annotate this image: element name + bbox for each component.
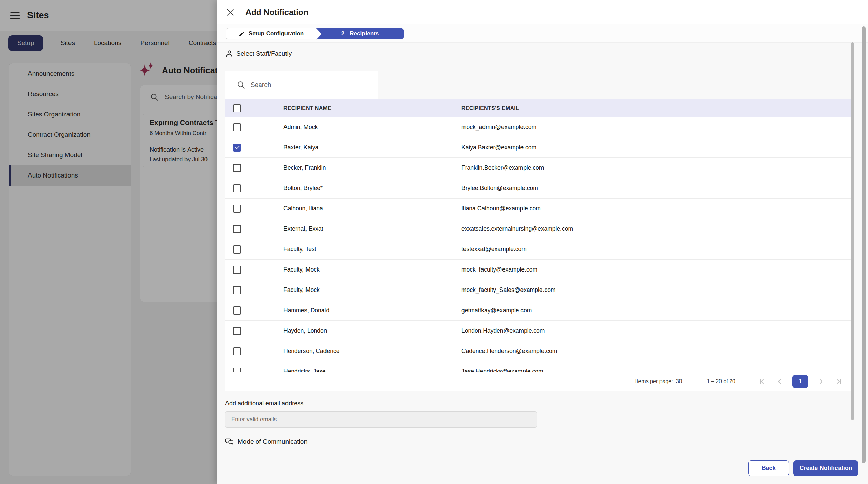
table-row: Baxter, KaiyaKaiya.Baxter@example.com <box>225 137 851 158</box>
row-checkbox[interactable] <box>233 327 241 335</box>
header-email-cell: RECIPIENTS'S EMAIL <box>455 99 851 117</box>
recipient-email: Kaiya.Baxter@example.com <box>461 144 536 151</box>
row-name-cell: Hayden, London <box>276 321 455 341</box>
row-checkbox[interactable] <box>233 266 241 274</box>
row-email-cell: Cadence.Henderson@example.com <box>455 341 851 361</box>
select-staff-label: Select Staff/Facutly <box>236 50 292 57</box>
recipients-table: RECIPIENT NAME RECIPIENTS'S EMAIL Admin,… <box>225 99 851 390</box>
row-name-cell: Faculty, Mock <box>276 280 455 300</box>
modal-header: Add Notification <box>217 0 868 24</box>
row-email-cell: mock_faculty@example.com <box>455 260 851 280</box>
recipient-name: Hammes, Donald <box>283 307 329 314</box>
row-checkbox[interactable] <box>233 368 241 372</box>
row-name-cell: Bolton, Brylee* <box>276 178 455 198</box>
row-checkbox[interactable] <box>233 245 241 254</box>
select-all-checkbox[interactable] <box>233 104 241 112</box>
row-name-cell: Henderson, Cadence <box>276 341 455 361</box>
row-checkbox[interactable] <box>233 164 241 172</box>
recipient-name: Baxter, Kaiya <box>283 144 318 151</box>
modal-footer: Back Create Notification <box>748 460 858 476</box>
row-checkbox[interactable] <box>233 286 241 294</box>
row-name-cell: Faculty, Mock <box>276 260 455 280</box>
row-checkbox[interactable] <box>233 184 241 192</box>
row-email-cell: Iliana.Calhoun@example.com <box>455 199 851 219</box>
recipient-email: Iliana.Calhoun@example.com <box>461 205 541 212</box>
chat-bubbles-icon <box>225 437 234 446</box>
row-checkbox[interactable] <box>233 123 241 131</box>
row-name-cell: Hendricks, Jase <box>276 361 455 372</box>
recipient-email: exxatsales.externalnursing@example.com <box>461 225 573 232</box>
last-page-icon[interactable] <box>833 376 843 387</box>
row-checkbox[interactable] <box>233 347 241 355</box>
select-staff-section-header: Select Staff/Facutly <box>225 50 292 58</box>
row-email-cell: Kaiya.Baxter@example.com <box>455 137 851 157</box>
back-button[interactable]: Back <box>748 460 789 476</box>
row-checkbox-checked[interactable] <box>233 144 241 152</box>
row-name-cell: Faculty, Test <box>276 239 455 259</box>
row-checkbox-cell <box>225 137 276 157</box>
paginator-divider <box>694 376 694 387</box>
table-row: Bolton, Brylee*Brylee.Bolton@example.com <box>225 178 851 199</box>
table-row: Admin, Mockmock_admin@example.com <box>225 117 851 137</box>
row-email-cell: Franklin.Becker@example.com <box>455 158 851 178</box>
recipient-name: Hendricks, Jase <box>283 368 326 372</box>
recipient-email: Jase.Hendricks@example.com <box>461 368 543 372</box>
mode-of-communication-header: Mode of Communication <box>225 437 308 446</box>
next-page-icon[interactable] <box>815 376 826 387</box>
table-row: Faculty, Mockmock_faculty@example.com <box>225 260 851 280</box>
table-row: Faculty, Testtestexxat@example.com <box>225 239 851 260</box>
row-checkbox-cell <box>225 260 276 280</box>
recipient-search[interactable]: Search <box>225 71 378 99</box>
header-recipient-name: RECIPIENT NAME <box>283 105 331 111</box>
row-checkbox-cell <box>225 158 276 178</box>
previous-page-icon[interactable] <box>775 376 785 387</box>
page-number-button[interactable]: 1 <box>792 375 808 388</box>
row-checkbox[interactable] <box>233 306 241 315</box>
recipient-name: Admin, Mock <box>283 124 318 131</box>
table-row: Hayden, LondonLondon.Hayden@example.com <box>225 321 851 341</box>
recipient-email: mock_faculty_Sales@example.com <box>461 286 555 294</box>
table-body: Admin, Mockmock_admin@example.comBaxter,… <box>225 117 851 372</box>
step-setup-configuration[interactable]: Setup Configuration <box>226 28 316 39</box>
create-notification-button[interactable]: Create Notification <box>793 460 858 476</box>
modal-title: Add Notification <box>245 7 308 17</box>
table-row: Hammes, Donaldgetmattkay@example.com <box>225 300 851 321</box>
row-email-cell: exxatsales.externalnursing@example.com <box>455 219 851 239</box>
row-checkbox[interactable] <box>233 225 241 233</box>
header-recipient-email: RECIPIENTS'S EMAIL <box>461 105 519 111</box>
recipient-email: getmattkay@example.com <box>461 307 532 314</box>
step-recipients[interactable]: 2 Recipients <box>316 28 404 39</box>
person-icon <box>225 50 233 58</box>
recipient-name: Bolton, Brylee* <box>283 185 323 192</box>
close-icon[interactable] <box>225 7 235 17</box>
row-checkbox-cell <box>225 199 276 219</box>
modal-scrollbar-thumb[interactable] <box>862 26 866 463</box>
items-per-page-value[interactable]: 30 <box>676 378 682 385</box>
recipient-name: External, Exxat <box>283 225 323 232</box>
row-email-cell: Brylee.Bolton@example.com <box>455 178 851 198</box>
recipient-name: Faculty, Test <box>283 246 316 253</box>
stepper: Setup Configuration 2 Recipients <box>226 28 404 39</box>
table-row: Calhoun, IlianaIliana.Calhoun@example.co… <box>225 199 851 219</box>
recipient-email: Cadence.Henderson@example.com <box>461 348 557 355</box>
row-checkbox-cell <box>225 361 276 372</box>
row-email-cell: mock_faculty_Sales@example.com <box>455 280 851 300</box>
items-per-page-label: Items per page: <box>635 378 673 385</box>
recipient-email: mock_faculty@example.com <box>461 266 537 273</box>
additional-email-input[interactable] <box>225 411 537 428</box>
row-name-cell: Calhoun, Iliana <box>276 199 455 219</box>
recipient-email: testexxat@example.com <box>461 246 527 253</box>
recipient-name: Henderson, Cadence <box>283 348 339 355</box>
table-header-row: RECIPIENT NAME RECIPIENTS'S EMAIL <box>225 99 851 117</box>
row-email-cell: Jase.Hendricks@example.com <box>455 361 851 372</box>
row-name-cell: Baxter, Kaiya <box>276 137 455 157</box>
first-page-icon[interactable] <box>757 376 767 387</box>
row-checkbox[interactable] <box>233 205 241 213</box>
row-checkbox-cell <box>225 280 276 300</box>
add-notification-modal: Add Notification Setup Configuration 2 R… <box>217 0 868 484</box>
body-scrollbar-thumb[interactable] <box>851 42 854 420</box>
table-row: Faculty, Mockmock_faculty_Sales@example.… <box>225 280 851 300</box>
row-email-cell: London.Hayden@example.com <box>455 321 851 341</box>
recipient-email: mock_admin@example.com <box>461 124 536 131</box>
recipient-name: Faculty, Mock <box>283 286 320 294</box>
